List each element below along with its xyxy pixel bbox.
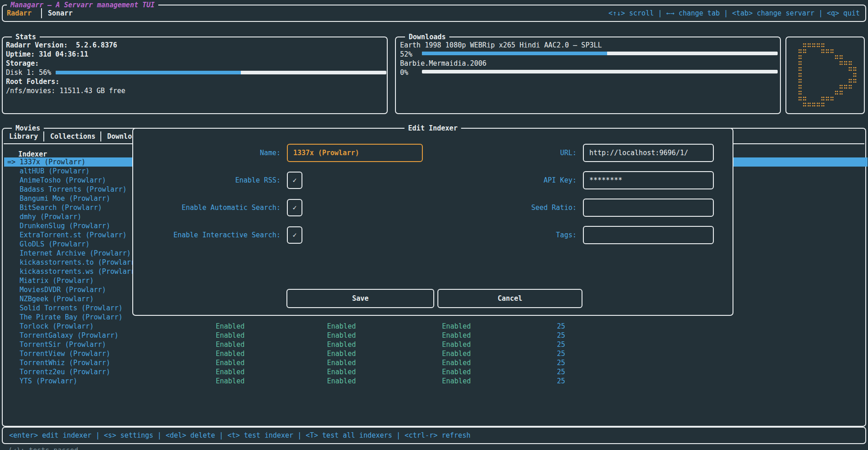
indexer-automatic-search-cell: Enabled (327, 367, 356, 377)
footer-keybinds: <enter> edit indexer | <s> settings | <d… (9, 431, 470, 440)
indexer-name-cell: YTS (Prowlarr) (20, 377, 77, 386)
indexer-rss-cell: Enabled (216, 367, 244, 377)
managarr-app: Managarr — A Servarr management TUI Rada… (0, 0, 868, 450)
indexer-row[interactable]: TorrentSir (Prowlarr)EnabledEnabledEnabl… (4, 340, 868, 349)
indexer-name-cell: TorrentView (Prowlarr) (20, 349, 110, 358)
indexer-row[interactable]: YTS (Prowlarr)EnabledEnabledEnabled25 (4, 377, 868, 386)
indexer-priority-cell: 25 (557, 322, 565, 331)
selected-row-arrow: => (7, 157, 16, 167)
stats-storage-label: Storage: (6, 59, 39, 68)
cancel-button[interactable]: Cancel (437, 289, 582, 308)
stats-rootfolders-label: Root Folders: (6, 77, 59, 86)
modal-title: Edit Indexer (405, 124, 461, 133)
tab-collections[interactable]: Collections (50, 132, 95, 141)
tab-divider (100, 131, 101, 141)
indexer-row[interactable]: Torrentz2eu (Prowlarr)EnabledEnabledEnab… (4, 367, 868, 377)
tab-library[interactable]: Library (9, 132, 38, 141)
indexer-row[interactable]: TorrentGalaxy (Prowlarr)EnabledEnabledEn… (4, 331, 868, 340)
indexer-automatic-search-cell: Enabled (327, 358, 356, 367)
indexer-name-cell: The Pirate Bay (Prowlarr) (20, 313, 123, 322)
indexer-automatic-search-cell: Enabled (327, 331, 356, 340)
download-item-name: Earth 1998 1080p WEBRip x265 Hindi AAC2.… (400, 41, 602, 50)
stats-rootfolder-value: /nfs/movies: 11511.43 GB free (6, 86, 125, 95)
indexer-name-cell: BitSearch (Prowlarr) (20, 203, 102, 212)
indexer-priority-cell: 25 (557, 340, 565, 349)
indexer-name-cell: Torlock (Prowlarr) (20, 322, 94, 331)
stats-panel: Stats Radarr Version: 5.2.6.8376 Uptime:… (2, 37, 388, 114)
indexer-row[interactable]: TorrentView (Prowlarr)EnabledEnabledEnab… (4, 349, 868, 358)
tab-divider (43, 131, 44, 141)
downloads-panel: Downloads Earth 1998 1080p WEBRip x265 H… (395, 37, 781, 114)
api-key-input[interactable]: ******** (583, 171, 714, 189)
indexer-interactive-search-cell: Enabled (442, 340, 471, 349)
indexer-automatic-search-cell: Enabled (327, 340, 356, 349)
indexer-interactive-search-cell: Enabled (442, 322, 471, 331)
tags-label: Tags: (452, 230, 577, 240)
indexer-name-cell: Bangumi Moe (Prowlarr) (20, 194, 110, 203)
indexer-priority-cell: 25 (557, 331, 565, 340)
save-button[interactable]: Save (286, 289, 434, 308)
tags-input[interactable] (583, 226, 714, 244)
indexer-automatic-search-cell: Enabled (327, 349, 356, 358)
indexer-priority-cell: 25 (557, 349, 565, 358)
url-input[interactable]: http://localhost:9696/1/ (583, 144, 714, 162)
download-item-percent: 0% (400, 68, 408, 77)
indexer-name-cell: AnimeTosho (Prowlarr) (20, 176, 106, 185)
indexer-interactive-search-cell: Enabled (442, 331, 471, 340)
indexer-priority-cell: 25 (557, 358, 565, 367)
enable-automatic-search-label: Enable Automatic Search: (151, 203, 281, 212)
indexer-name-cell: MoviesDVDR (Prowlarr) (20, 285, 106, 294)
header-bar: Managarr — A Servarr management TUI Rada… (2, 5, 866, 22)
indexer-rss-cell: Enabled (216, 377, 244, 386)
indexer-automatic-search-cell: Enabled (327, 377, 356, 386)
stats-disk-label: Disk 1: 56% (6, 68, 51, 77)
indexer-priority-cell: 25 (557, 377, 565, 386)
indexer-name-cell: TorrentWhiz (Prowlarr) (20, 358, 110, 367)
indexer-automatic-search-cell: Enabled (327, 322, 356, 331)
download-progressbar (422, 52, 778, 55)
indexer-name-cell: altHUB (Prowlarr) (20, 167, 90, 176)
download-item-percent: 52% (400, 50, 412, 59)
seed-ratio-label: Seed Ratio: (452, 203, 577, 212)
footer-keybar: <enter> edit indexer | <s> settings | <d… (2, 427, 866, 444)
tab-divider (41, 8, 42, 18)
logo-panel (785, 37, 865, 114)
managarr-play-logo (789, 43, 862, 108)
downloads-panel-title: Downloads (405, 32, 449, 42)
indexer-name-cell: Miatrix (Prowlarr) (20, 276, 94, 285)
indexer-name-cell: Internet Archive (Prowlarr) (20, 249, 131, 258)
footer-legend-partial: (✓): tests passed, (8, 446, 83, 450)
api-key-label: API Key: (452, 176, 577, 185)
indexer-row[interactable]: Torlock (Prowlarr)EnabledEnabledEnabled2… (4, 322, 868, 331)
indexer-row[interactable]: TorrentWhiz (Prowlarr)EnabledEnabledEnab… (4, 358, 868, 367)
enable-interactive-search-label: Enable Interactive Search: (151, 230, 281, 240)
seed-ratio-input[interactable] (583, 199, 714, 217)
disk-usage-progressbar (56, 71, 386, 74)
name-input[interactable]: 1337x (Prowlarr) (287, 144, 423, 162)
indexer-rss-cell: Enabled (216, 331, 244, 340)
indexer-name-cell: DrunkenSlug (Prowlarr) (20, 221, 110, 230)
enable-automatic-search-checkbox[interactable]: ✓ (287, 199, 302, 216)
indexer-interactive-search-cell: Enabled (442, 367, 471, 377)
name-field-label: Name: (151, 148, 281, 157)
stats-panel-title: Stats (12, 32, 40, 42)
indexer-name-cell: kickasstorrents.to (Prowlarr) (20, 258, 139, 267)
indexer-name-cell: TorrentSir (Prowlarr) (20, 340, 106, 349)
indexer-interactive-search-cell: Enabled (442, 349, 471, 358)
indexer-name-cell: kickasstorrents.ws (Prowlarr) (20, 267, 139, 276)
indexer-name-cell: Solid Torrents (Prowlarr) (20, 303, 123, 313)
edit-indexer-modal: Edit Indexer Name: 1337x (Prowlarr) URL:… (132, 128, 733, 316)
stats-uptime: Uptime: 31d 04:36:11 (6, 50, 88, 59)
indexer-interactive-search-cell: Enabled (442, 358, 471, 367)
app-title: Managarr — A Servarr management TUI (7, 0, 158, 10)
indexer-priority-cell: 25 (557, 367, 565, 377)
indexer-name-cell: NZBgeek (Prowlarr) (20, 294, 94, 303)
enable-rss-checkbox[interactable]: ✓ (287, 172, 302, 189)
tab-sonarr[interactable]: Sonarr (48, 9, 73, 18)
enable-interactive-search-checkbox[interactable]: ✓ (287, 226, 302, 244)
tab-radarr[interactable]: Radarr (7, 9, 31, 18)
indexer-rss-cell: Enabled (216, 340, 244, 349)
indexer-name-cell: 1337x (Prowlarr) (20, 157, 86, 167)
indexer-name-cell: Badass Torrents (Prowlarr) (20, 185, 127, 194)
url-field-label: URL: (452, 148, 577, 157)
